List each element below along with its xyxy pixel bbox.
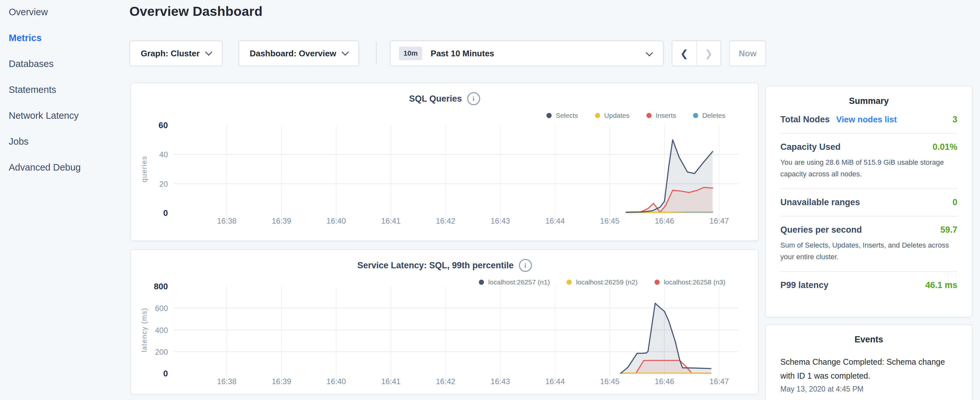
summary-value: 0	[953, 198, 957, 207]
svg-text:800: 800	[154, 282, 168, 291]
sidebar: OverviewMetricsDatabasesStatementsNetwor…	[0, 0, 123, 400]
summary-value: 0.01%	[932, 142, 957, 152]
svg-text:16:40: 16:40	[326, 217, 346, 225]
divider	[780, 133, 957, 134]
summary-title: Summary	[780, 96, 957, 106]
summary-row-queries-per-second: Queries per second59.7Sum of Selects, Up…	[780, 225, 957, 263]
time-range-badge: 10m	[399, 46, 422, 60]
summary-label: Queries per second	[780, 225, 862, 235]
now-button-label: Now	[739, 49, 757, 59]
sql-queries-plot[interactable]: 0204060queries16:3816:3916:4016:4116:421…	[131, 83, 758, 241]
summary-label: Capacity Used	[780, 142, 840, 152]
svg-text:16:46: 16:46	[655, 217, 674, 225]
service-latency-chart-card: Service Latency: SQL, 99th percentileilo…	[130, 249, 759, 395]
svg-text:latency (ms): latency (ms)	[140, 308, 148, 352]
sidebar-item-databases[interactable]: Databases	[9, 58, 123, 69]
summary-row-p99-latency: P99 latency46.1 ms	[780, 280, 957, 290]
svg-text:16:44: 16:44	[545, 377, 565, 386]
sidebar-item-jobs[interactable]: Jobs	[9, 136, 123, 147]
sidebar-item-metrics[interactable]: Metrics	[9, 32, 123, 43]
svg-text:16:40: 16:40	[326, 377, 346, 386]
sidebar-item-overview[interactable]: Overview	[9, 6, 123, 18]
graph-selector-label: Graph: Cluster	[141, 49, 200, 59]
sidebar-item-network-latency[interactable]: Network Latency	[9, 110, 123, 121]
graph-selector-dropdown[interactable]: Graph: Cluster	[129, 40, 223, 66]
svg-text:16:42: 16:42	[436, 217, 455, 225]
svg-text:16:43: 16:43	[490, 217, 510, 225]
sidebar-item-statements[interactable]: Statements	[9, 84, 123, 95]
svg-text:16:39: 16:39	[272, 377, 291, 386]
divider	[780, 188, 957, 189]
x-axis: 16:3816:3916:4016:4116:4216:4316:4416:45…	[217, 217, 729, 225]
sidebar-item-advanced-debug[interactable]: Advanced Debug	[9, 162, 123, 173]
dashboard-selector-label: Dashboard: Overview	[250, 49, 336, 59]
x-axis: 16:3816:3916:4016:4116:4216:4316:4416:45…	[217, 377, 729, 386]
svg-text:16:47: 16:47	[710, 217, 729, 225]
dashboard-selector-dropdown[interactable]: Dashboard: Overview	[239, 40, 359, 66]
svg-text:queries: queries	[140, 156, 148, 183]
summary-label: Total Nodes	[780, 115, 830, 124]
summary-label: Unavailable ranges	[780, 198, 860, 207]
svg-text:0: 0	[163, 369, 168, 378]
now-button[interactable]: Now	[729, 40, 766, 66]
time-back-button[interactable]: ❮	[672, 41, 697, 66]
service-latency-sql-99th-percentile-plot[interactable]: 0200400600800latency (ms)16:3816:3916:40…	[131, 250, 758, 394]
time-range-label: Past 10 Minutes	[431, 49, 494, 59]
svg-text:40: 40	[159, 150, 168, 159]
svg-text:16:44: 16:44	[545, 217, 565, 225]
svg-text:600: 600	[155, 304, 168, 312]
svg-text:200: 200	[155, 347, 168, 356]
svg-text:16:41: 16:41	[381, 377, 401, 386]
svg-text:16:47: 16:47	[710, 377, 729, 386]
divider	[780, 216, 957, 217]
svg-text:16:43: 16:43	[490, 377, 510, 386]
svg-text:60: 60	[159, 120, 168, 130]
svg-text:16:39: 16:39	[272, 217, 291, 225]
summary-value: 3	[953, 115, 957, 124]
page-title: Overview Dashboard	[129, 4, 262, 19]
sidebar-nav: OverviewMetricsDatabasesStatementsNetwor…	[9, 6, 123, 173]
events-panel: Events Schema Change Completed: Schema c…	[765, 324, 972, 400]
summary-description: Sum of Selects, Updates, Inserts, and De…	[780, 239, 957, 263]
divider	[780, 271, 957, 272]
summary-value: 59.7	[940, 225, 957, 235]
svg-text:16:38: 16:38	[217, 217, 237, 225]
chevron-down-icon	[205, 49, 213, 56]
time-forward-button[interactable]: ❯	[697, 41, 721, 66]
svg-text:16:45: 16:45	[600, 217, 620, 225]
svg-text:400: 400	[155, 326, 168, 335]
events-title: Events	[780, 335, 957, 345]
sql-queries-chart-card: SQL QueriesiSelectsUpdatesInsertsDeletes…	[130, 83, 759, 241]
summary-rows: Total NodesView nodes list3Capacity Used…	[780, 115, 957, 290]
summary-label: P99 latency	[780, 280, 829, 290]
event-item-timestamp: May 13, 2020 at 4:45 PM	[780, 385, 957, 394]
summary-value: 46.1 ms	[925, 280, 957, 290]
event-item-text: Schema Change Completed: Schema change w…	[780, 355, 957, 383]
time-step-buttons: ❮ ❯	[672, 40, 721, 66]
y-axis: 0204060queries	[140, 120, 168, 218]
summary-panel: Summary Total NodesView nodes list3Capac…	[765, 86, 972, 317]
y-axis: 0200400600800latency (ms)	[140, 282, 168, 378]
app-root: OverviewMetricsDatabasesStatementsNetwor…	[0, 0, 980, 400]
view-nodes-list-link[interactable]: View nodes list	[836, 115, 897, 124]
chevron-down-icon	[646, 49, 653, 57]
summary-row-capacity-used: Capacity Used0.01%You are using 28.6 MiB…	[780, 142, 957, 180]
svg-text:0: 0	[163, 208, 168, 218]
svg-text:16:45: 16:45	[600, 377, 620, 386]
svg-text:16:46: 16:46	[655, 377, 674, 386]
chevron-down-icon	[342, 49, 349, 56]
summary-row-total-nodes: Total NodesView nodes list3	[780, 115, 957, 124]
time-range-dropdown[interactable]: 10m Past 10 Minutes	[390, 40, 663, 66]
toolbar-divider	[376, 42, 377, 64]
svg-text:20: 20	[159, 180, 168, 188]
svg-text:16:38: 16:38	[217, 377, 237, 386]
svg-text:16:42: 16:42	[436, 377, 455, 386]
events-list: Schema Change Completed: Schema change w…	[780, 355, 957, 394]
summary-description: You are using 28.6 MiB of 515.9 GiB usab…	[780, 157, 957, 180]
summary-row-unavailable-ranges: Unavailable ranges0	[780, 198, 957, 207]
svg-text:16:41: 16:41	[381, 217, 401, 225]
